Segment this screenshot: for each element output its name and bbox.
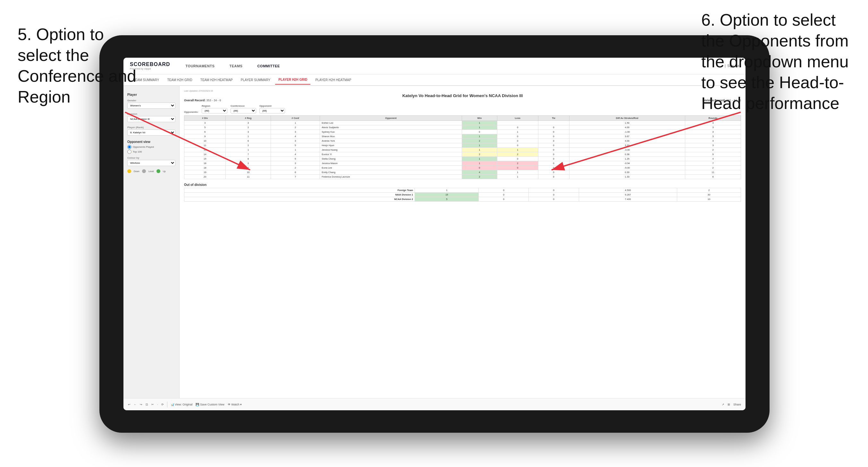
opponent-filter-group: Opponent (All) (259, 104, 285, 114)
conference-select[interactable]: (All) (230, 108, 256, 114)
nav-tournaments[interactable]: TOURNAMENTS (183, 63, 217, 69)
table-row: 331Esther Lee11.504 (184, 121, 741, 125)
th-div: # Div (184, 116, 226, 121)
nav-committee[interactable]: COMMITTEE (255, 63, 282, 69)
toolbar-watch[interactable]: 👁 Watch ▾ (228, 403, 242, 406)
table-row: 1623Jessica Mason120-0.947 (184, 161, 741, 166)
out-table-row: NCAA Division 25007.40010 (184, 197, 741, 201)
annotation-right: 6. Option to select the Opponents from t… (701, 10, 858, 114)
color-label-level: Level (149, 170, 154, 173)
toolbar-grid[interactable]: ⊡ (146, 403, 148, 406)
tablet-screen: SCOREBOARD Powered by clippd TOURNAMENTS… (123, 58, 745, 410)
table-row: 1311Jessica Huang110-3.002 (184, 148, 741, 152)
table-row: 20117Federica Domecq Lacroze2101.336 (184, 175, 741, 179)
data-area: Last Updated: 27/03/2024 04 Katelyn Vo H… (180, 86, 745, 398)
region-label: Region (202, 104, 227, 107)
toolbar-save-custom[interactable]: 💾 Save Custom View (195, 403, 224, 406)
table-row: 1585Stella Cheng1001.254 (184, 157, 741, 161)
th-reg: # Reg (226, 116, 271, 121)
table-row: 1125Heejo Hyun1003.333 (184, 143, 741, 148)
top-nav: SCOREBOARD Powered by clippd TOURNAMENTS… (123, 58, 745, 74)
table-row: 914Sharon Mun1003.673 (184, 134, 741, 139)
region-filter-group: Region (All) (202, 104, 227, 114)
subnav-player-summary[interactable]: PLAYER SUMMARY (238, 75, 274, 84)
toolbar-cut[interactable]: ✂ (151, 403, 154, 406)
main-title: Katelyn Vo Head-to-Head Grid for Women's… (184, 93, 741, 98)
out-of-division-title: Out of division (184, 183, 741, 187)
toolbar-refresh[interactable]: ⟳ (161, 403, 164, 406)
toolbar-dot[interactable]: · (157, 403, 158, 406)
colour-by-select[interactable]: Win/loss (127, 160, 176, 166)
filter-row: Opponents: Region (All) Conference (All) (184, 104, 741, 114)
main-content: Player Gender Women's Division NCAA Divi… (123, 86, 745, 398)
region-select[interactable]: (All) (202, 108, 227, 114)
th-win: Win (462, 116, 497, 121)
toolbar-grid2[interactable]: ⊞ (727, 403, 730, 406)
player-rank-label: Player (Rank) (127, 126, 176, 129)
toolbar-export[interactable]: ↗ (722, 403, 724, 406)
nav-teams[interactable]: TEAMS (227, 63, 245, 69)
opponent-select[interactable]: (All) (259, 108, 285, 114)
sidebar: Player Gender Women's Division NCAA Divi… (123, 86, 180, 398)
main-table: # Div # Reg # Conf Opponent Win Loss Tie… (184, 115, 741, 179)
th-rounds: Rounds (685, 116, 741, 121)
th-conf: # Conf (271, 116, 320, 121)
toolbar-undo[interactable]: ↩ (128, 403, 130, 406)
records-row: Overall Record: 353 - 34 - 6 Division Re… (184, 99, 741, 102)
th-loss: Loss (497, 116, 538, 121)
color-dot-down (127, 169, 131, 173)
conference-filter-group: Conference (All) (230, 104, 256, 114)
sub-nav: TEAM SUMMARY TEAM H2H GRID TEAM H2H HEAT… (123, 74, 745, 86)
subnav-team-h2h-heatmap[interactable]: TEAM H2H HEATMAP (197, 75, 236, 84)
subnav-player-h2h-heatmap[interactable]: PLAYER H2H HEATMAP (312, 75, 354, 84)
division-label: Division (127, 113, 176, 115)
last-updated: Last Updated: 27/03/2024 04 (184, 90, 741, 92)
out-table: Foreign Team1004.5002NAIA Division 11500… (184, 188, 741, 201)
subnav-player-h2h-grid[interactable]: PLAYER H2H GRID (275, 75, 310, 85)
toolbar-view-original[interactable]: 📊 View: Original (170, 403, 193, 406)
out-table-row: Foreign Team1004.5002 (184, 188, 741, 193)
opponent-label: Opponent (259, 104, 285, 107)
table-row: 1063Andrea York2004.004 (184, 139, 741, 143)
toolbar-redo[interactable]: ↪ (140, 403, 143, 406)
toolbar-back[interactable]: ← (134, 403, 136, 406)
table-row: 1474Eunice Yi2200.389 (184, 152, 741, 157)
color-indicators: Down Level Up (127, 169, 176, 173)
radio-top100[interactable]: Top 100 (127, 150, 176, 154)
opponents-label: Opponents: (184, 111, 198, 114)
table-row: 1822Euna Lee000-5.002 (184, 166, 741, 170)
subnav-team-h2h-grid[interactable]: TEAM H2H GRID (164, 75, 195, 84)
toolbar-share[interactable]: Share (733, 403, 741, 406)
color-dot-level (142, 169, 146, 173)
th-tie: Tie (538, 116, 569, 121)
color-dot-up (156, 169, 160, 173)
out-table-row: NAIA Division 115009.26730 (184, 193, 741, 197)
colour-by-label: Colour by (127, 156, 176, 159)
th-opponent: Opponent (320, 116, 462, 121)
tablet-device: SCOREBOARD Powered by clippd TOURNAMENTS… (99, 35, 770, 433)
opponent-view-title: Opponent view (127, 140, 176, 144)
table-row: 19106Emily Chang4100.3011 (184, 170, 741, 175)
radio-opponents-played[interactable]: Opponents Played (127, 145, 176, 149)
color-label-up: Up (163, 170, 166, 173)
table-row: 522Alexis Sudjianto1004.003 (184, 125, 741, 130)
color-label-down: Down (134, 170, 140, 173)
player-rank-select[interactable]: 8. Katelyn Vo (127, 129, 176, 135)
division-select[interactable]: NCAA Division III (127, 116, 176, 122)
th-diff: Diff Av Strokes/Rnd (569, 116, 685, 121)
table-row: 633Sydney Kuo010-1.003 (184, 130, 741, 134)
annotation-left: 5. Option to select the Conference and R… (18, 24, 140, 107)
bottom-toolbar: ↩ ← ↪ ⊡ ✂ · ⟳ 📊 View: Original 💾 Save Cu… (123, 398, 745, 410)
overall-record: Overall Record: 353 - 34 - 6 (184, 99, 221, 102)
conference-label: Conference (230, 104, 256, 107)
